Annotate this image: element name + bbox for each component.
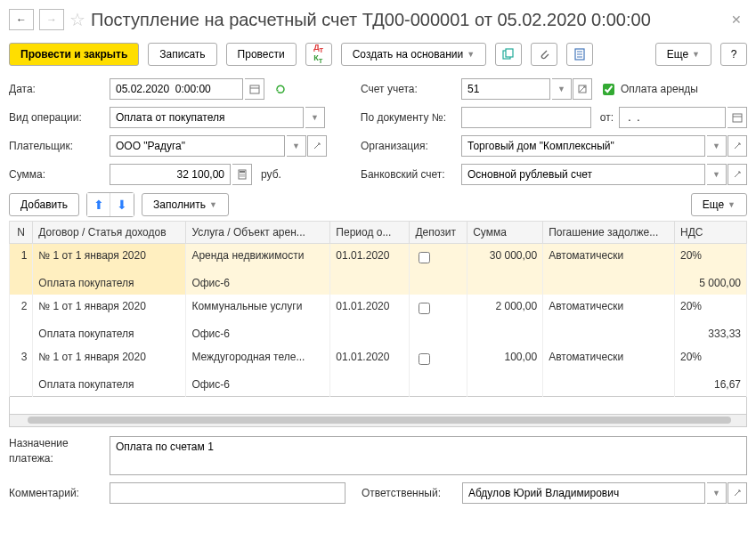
favorite-star-icon[interactable]: ☆ — [69, 9, 85, 30]
table-row[interactable]: 1№ 1 от 1 января 2020Аренда недвижимости… — [10, 244, 747, 272]
cell-sum[interactable]: 2 000,00 — [467, 295, 543, 322]
dropdown-icon[interactable]: ▼ — [707, 482, 727, 504]
calendar-icon[interactable] — [245, 78, 264, 100]
doc-num-input[interactable] — [461, 107, 591, 128]
report-button[interactable] — [566, 43, 593, 66]
cell-contract[interactable]: № 1 от 1 января 2020 — [33, 295, 186, 322]
cell-n[interactable]: 2 — [10, 295, 33, 322]
cell-service2[interactable]: Офис-6 — [186, 322, 330, 345]
sum-input[interactable] — [110, 164, 231, 185]
post-and-close-button[interactable]: Провести и закрыть — [9, 43, 139, 66]
cell-service2[interactable]: Офис-6 — [186, 271, 330, 295]
account-input[interactable] — [461, 78, 550, 100]
comment-input[interactable] — [110, 482, 345, 504]
table-row[interactable]: Оплата покупателяОфис-616,67 — [10, 373, 747, 397]
cell-contract2[interactable]: Оплата покупателя — [33, 271, 186, 295]
cell-sum[interactable]: 100,00 — [467, 345, 543, 373]
col-period[interactable]: Период о... — [330, 222, 410, 244]
deposit-checkbox[interactable] — [419, 252, 430, 263]
cell-service[interactable]: Коммунальные услуги — [186, 295, 330, 322]
nav-back-button[interactable]: ← — [9, 9, 34, 30]
cell-sum[interactable]: 30 000,00 — [467, 244, 543, 272]
save-button[interactable]: Записать — [148, 43, 216, 66]
table-row[interactable]: Оплата покупателяОфис-65 000,00 — [10, 271, 747, 295]
link-docs-button[interactable] — [495, 43, 522, 66]
cell-deposit[interactable] — [410, 345, 467, 373]
deposit-checkbox[interactable] — [419, 353, 430, 365]
move-down-button[interactable]: ⬇ — [110, 193, 134, 216]
cell-period[interactable]: 01.01.2020 — [330, 244, 410, 272]
cell-period[interactable]: 01.01.2020 — [330, 295, 410, 322]
cell-vat[interactable]: 20% — [674, 295, 746, 322]
close-icon[interactable]: ✕ — [726, 12, 747, 27]
cell-contract[interactable]: № 1 от 1 января 2020 — [33, 244, 186, 272]
bank-input[interactable] — [461, 164, 705, 185]
cell-service2[interactable]: Офис-6 — [186, 373, 330, 397]
date-input[interactable] — [110, 78, 243, 100]
calculator-icon[interactable] — [232, 164, 252, 185]
table-row[interactable]: Оплата покупателяОфис-6333,33 — [10, 322, 747, 345]
dropdown-icon[interactable]: ▼ — [287, 135, 306, 157]
cell-contract2[interactable]: Оплата покупателя — [33, 373, 186, 397]
cell-repay[interactable]: Автоматически — [543, 295, 675, 322]
move-up-button[interactable]: ⬆ — [87, 193, 110, 216]
cell-n[interactable]: 3 — [10, 345, 33, 373]
col-vat[interactable]: НДС — [674, 222, 746, 244]
fill-button[interactable]: Заполнить ▼ — [142, 193, 229, 216]
cell-vat2[interactable]: 5 000,00 — [674, 271, 746, 295]
dropdown-icon[interactable]: ▼ — [305, 107, 325, 128]
dropdown-icon[interactable]: ▼ — [707, 135, 727, 157]
col-repay[interactable]: Погашение задолже... — [543, 222, 675, 244]
col-deposit[interactable]: Депозит — [410, 222, 467, 244]
payer-input[interactable] — [110, 135, 285, 157]
operation-input[interactable] — [110, 107, 304, 128]
create-based-button[interactable]: Создать на основании ▼ — [341, 43, 486, 66]
open-icon[interactable] — [728, 135, 747, 157]
refresh-icon[interactable] — [273, 82, 288, 96]
purpose-textarea[interactable] — [110, 436, 747, 475]
cell-contract[interactable]: № 1 от 1 января 2020 — [33, 345, 186, 373]
open-icon[interactable] — [573, 78, 592, 100]
items-table[interactable]: N Договор / Статья доходов Услуга / Объе… — [9, 221, 747, 397]
cell-period[interactable]: 01.01.2020 — [330, 345, 410, 373]
cell-vat2[interactable]: 333,33 — [674, 322, 746, 345]
col-sum[interactable]: Сумма — [467, 222, 543, 244]
table-row[interactable]: 3№ 1 от 1 января 2020Междугородная теле.… — [10, 345, 747, 373]
cell-deposit[interactable] — [410, 244, 467, 272]
more-button[interactable]: Еще ▼ — [655, 43, 711, 66]
open-icon[interactable] — [728, 164, 747, 185]
col-service[interactable]: Услуга / Объект арен... — [186, 222, 330, 244]
open-icon[interactable] — [307, 135, 327, 157]
col-n[interactable]: N — [10, 222, 33, 244]
add-row-button[interactable]: Добавить — [9, 193, 79, 216]
attach-button[interactable] — [531, 43, 557, 66]
table-row[interactable]: 2№ 1 от 1 января 2020Коммунальные услуги… — [10, 295, 747, 322]
table-more-button[interactable]: Еще ▼ — [691, 193, 747, 216]
rent-payment-checkbox[interactable] — [603, 84, 614, 95]
cell-repay[interactable]: Автоматически — [543, 345, 675, 373]
calendar-icon[interactable] — [728, 107, 747, 128]
responsible-input[interactable] — [462, 482, 705, 504]
from-date-input[interactable] — [619, 107, 726, 128]
org-input[interactable] — [461, 135, 705, 157]
nav-forward-button[interactable]: → — [39, 9, 64, 30]
deposit-checkbox[interactable] — [419, 303, 430, 314]
cell-repay[interactable]: Автоматически — [543, 244, 675, 272]
dropdown-icon[interactable]: ▼ — [707, 164, 727, 185]
cell-vat[interactable]: 20% — [674, 345, 746, 373]
cell-service[interactable]: Аренда недвижимости — [186, 244, 330, 272]
cell-n[interactable]: 1 — [10, 244, 33, 272]
cell-contract2[interactable]: Оплата покупателя — [33, 322, 186, 345]
help-button[interactable]: ? — [720, 43, 747, 66]
dt-kt-button[interactable]: ДТКТ — [305, 43, 332, 66]
cell-vat[interactable]: 20% — [674, 244, 746, 272]
h-scrollbar[interactable] — [9, 415, 747, 427]
cell-deposit[interactable] — [410, 295, 467, 322]
rent-payment-checkbox-wrap[interactable]: Оплата аренды — [599, 81, 698, 98]
dropdown-icon[interactable]: ▼ — [552, 78, 572, 100]
open-icon[interactable] — [728, 482, 747, 504]
cell-vat2[interactable]: 16,67 — [674, 373, 746, 397]
cell-service[interactable]: Междугородная теле... — [186, 345, 330, 373]
post-button[interactable]: Провести — [226, 43, 297, 66]
col-contract[interactable]: Договор / Статья доходов — [33, 222, 186, 244]
